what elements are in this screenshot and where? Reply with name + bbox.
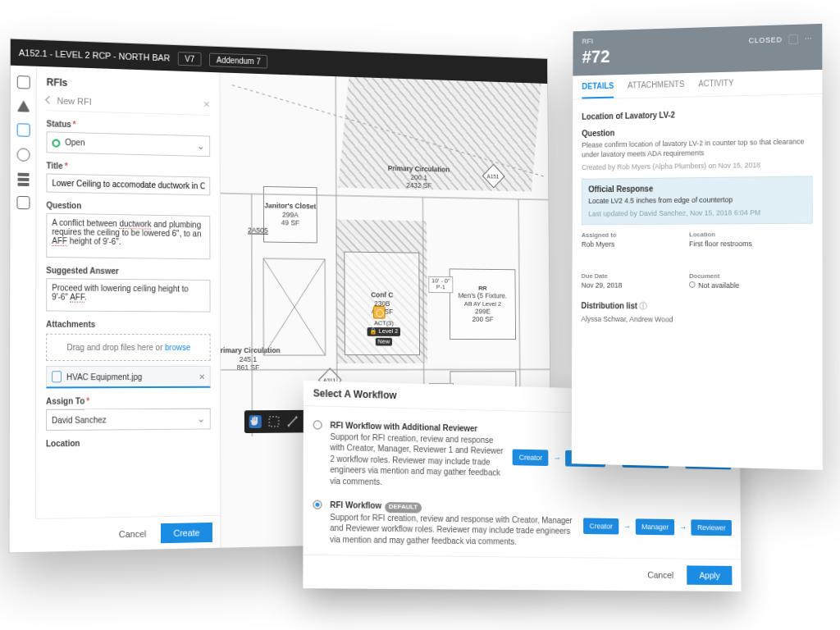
- tab-activity[interactable]: ACTIVITY: [698, 72, 733, 97]
- room-mens: RR Men's (5 Fixture. AB AY Level 2 299E2…: [450, 268, 516, 340]
- radio-icon[interactable]: [313, 500, 322, 509]
- info-icon[interactable]: ⓘ: [640, 301, 647, 310]
- question-textarea[interactable]: A conflict between ductwork and plumbing…: [46, 213, 210, 260]
- rfi-form-footer: Cancel Create: [36, 515, 221, 552]
- room-primary-circulation-1: Primary Circulation200.12432 SF: [355, 157, 482, 199]
- status-label: Status*: [47, 119, 211, 132]
- more-icon[interactable]: ⋯: [805, 34, 813, 43]
- field-location: LocationFirst floor restrooms: [689, 231, 776, 248]
- browse-link[interactable]: browse: [165, 343, 190, 352]
- lock-icon[interactable]: [788, 34, 798, 44]
- cube-icon[interactable]: [16, 196, 30, 209]
- unavailable-icon: [689, 281, 696, 288]
- addendum-pill[interactable]: Addendum 7: [209, 52, 267, 68]
- distribution-list: Alyssa Schwar, Andrew Wood: [581, 314, 812, 326]
- measure-tool-icon[interactable]: [286, 415, 299, 428]
- rfi-state-label: CLOSED: [749, 35, 783, 44]
- rfi-icon[interactable]: [16, 123, 30, 137]
- checklist-icon[interactable]: [16, 75, 30, 89]
- pan-tool-icon[interactable]: [249, 415, 262, 428]
- rfi-panel-header: RFIs: [47, 76, 210, 93]
- section-tag: 2A505: [248, 226, 268, 235]
- warning-icon[interactable]: [16, 100, 30, 112]
- title-label: Title*: [46, 161, 210, 173]
- attachments-dropzone[interactable]: Drag and drop files here or browse: [46, 334, 211, 361]
- rfi-pin-meta: ACT(3) 🔒 Level 2 New: [368, 320, 401, 346]
- create-button[interactable]: Create: [161, 522, 212, 542]
- file-icon: [52, 371, 62, 382]
- assign-to-label: Assign To*: [46, 396, 211, 406]
- distribution-label: Distribution list ⓘ: [581, 300, 812, 313]
- tab-details[interactable]: DETAILS: [582, 75, 614, 98]
- field-document: Document Not available: [689, 272, 776, 290]
- detail-question-label: Question: [582, 125, 812, 138]
- detail-created-by: Created by Rob Myers (Alpha Plumbers) on…: [582, 160, 813, 173]
- attachment-item[interactable]: HVAC Equipment.jpg: [46, 366, 211, 388]
- detail-question-text: Please confirm location of lavatory LV-2…: [582, 136, 813, 159]
- field-assigned-to: Assigned toRob Myers: [582, 231, 666, 248]
- question-label: Question: [46, 201, 210, 213]
- select-tool-icon[interactable]: [267, 415, 280, 428]
- suggested-answer-textarea[interactable]: Proceed with lowering ceiling height to …: [46, 278, 210, 312]
- radio-icon[interactable]: [313, 420, 322, 429]
- svg-rect-10: [269, 417, 278, 427]
- attachment-name: HVAC Equipment.jpg: [66, 372, 142, 381]
- workflow-option-default[interactable]: RFI WorkflowDEFAULT Support for RFI crea…: [313, 492, 732, 555]
- rfi-create-panel: RFIs New RFI Status* Open Title* Questio…: [36, 66, 221, 552]
- attachments-label: Attachments: [46, 320, 210, 330]
- workflow-modal-footer: Cancel Apply: [303, 555, 741, 591]
- rfi-detail-header: RFI #72 CLOSED ⋯: [573, 24, 822, 76]
- field-due-date: Due DateNov 29, 2018: [582, 272, 666, 290]
- dim-callout: 10' - 0"P-1: [428, 276, 453, 293]
- rfi-state-bar: CLOSED ⋯: [749, 34, 813, 45]
- official-response-block: Official Response Locate LV2 4.5 inches …: [582, 176, 813, 225]
- tab-attachments[interactable]: ATTACHMENTS: [628, 73, 684, 98]
- rfi-breadcrumb[interactable]: New RFI: [47, 94, 211, 116]
- room-primary-circulation-2: Primary Circulation245.1861 SF: [220, 331, 290, 387]
- title-input[interactable]: [46, 173, 210, 195]
- plan-title: A152.1 - LEVEL 2 RCP - NORTH BAR: [19, 48, 170, 62]
- rfi-detail-panel: RFI #72 CLOSED ⋯ DETAILS ATTACHMENTS ACT…: [572, 24, 823, 470]
- suggested-answer-label: Suggested Answer: [46, 266, 210, 276]
- workflow-cancel-button[interactable]: Cancel: [640, 565, 681, 585]
- cancel-button[interactable]: Cancel: [111, 523, 154, 544]
- layers-icon[interactable]: [17, 173, 29, 185]
- location-label: Location: [46, 437, 211, 448]
- rfi-pin[interactable]: [373, 306, 386, 319]
- left-tool-rail: [10, 66, 37, 519]
- workflow-apply-button[interactable]: Apply: [687, 565, 733, 585]
- workflow-chain: Creator→ Manager→ Reviewer: [583, 504, 732, 550]
- assign-to-select[interactable]: David Sanchez: [46, 409, 211, 431]
- room-janitor: Janitor's Closet299A49 SF: [263, 186, 317, 243]
- status-select[interactable]: Open: [46, 131, 210, 157]
- clock-icon[interactable]: [16, 148, 30, 161]
- version-pill[interactable]: V7: [178, 52, 202, 66]
- chevron-left-icon: [45, 96, 53, 104]
- default-badge: DEFAULT: [385, 502, 422, 513]
- detail-subject: Location of Lavatory LV-2: [582, 107, 812, 121]
